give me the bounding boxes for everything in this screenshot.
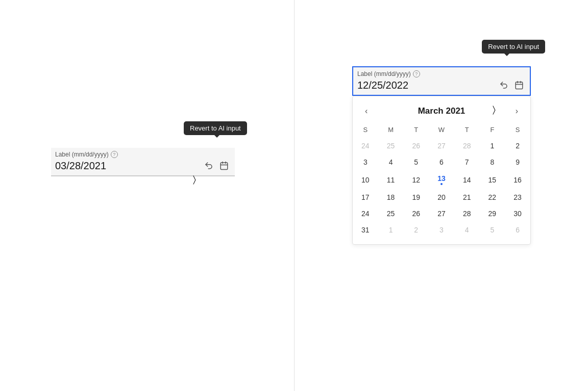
calendar-day[interactable]: 4: [378, 154, 404, 170]
calendar-day[interactable]: 28: [454, 138, 480, 154]
day-header-fri: F: [480, 124, 505, 138]
left-calendar-button[interactable]: [217, 159, 231, 172]
day-header-thu: T: [454, 124, 480, 138]
calendar-day[interactable]: 19: [403, 189, 429, 205]
day-header-mon: M: [378, 124, 404, 138]
left-date-input-container: Revert to AI input Label (mm/dd/yyyy) ? …: [51, 148, 235, 176]
calendar-day[interactable]: 1: [378, 222, 404, 238]
left-input-actions: [202, 159, 231, 172]
right-input-actions: [497, 79, 526, 92]
day-header-sat: S: [505, 124, 530, 138]
calendar-day[interactable]: 18: [378, 189, 404, 205]
calendar-body: 2425262728123456789101112131415161718192…: [353, 138, 530, 238]
calendar-day[interactable]: 1: [480, 138, 505, 154]
right-revert-button[interactable]: [497, 79, 510, 92]
left-date-row: 03/28/2021: [55, 159, 231, 172]
calendar-day[interactable]: 24: [353, 205, 378, 222]
calendar-next-button[interactable]: ›: [511, 105, 522, 118]
left-help-icon[interactable]: ?: [111, 151, 118, 158]
day-header-tue: T: [403, 124, 429, 138]
calendar-day[interactable]: 4: [454, 222, 480, 238]
calendar-week-3: 17181920212223: [353, 189, 530, 205]
calendar-grid: S M T W T F S 24252627281234567891011121…: [353, 124, 530, 238]
svg-rect-4: [516, 82, 523, 89]
calendar-week-0: 242526272812: [353, 138, 530, 154]
calendar-day[interactable]: 30: [505, 205, 530, 222]
panel-divider: [294, 0, 295, 391]
day-header-wed: W: [429, 124, 454, 138]
calendar-day[interactable]: 23: [505, 189, 530, 205]
calendar-day[interactable]: 28: [454, 205, 480, 222]
left-revert-button[interactable]: [202, 159, 215, 172]
calendar-day[interactable]: 29: [480, 205, 505, 222]
calendar-day[interactable]: 27: [429, 138, 454, 154]
calendar-day[interactable]: 2: [403, 222, 429, 238]
left-date-field: Revert to AI input Label (mm/dd/yyyy) ? …: [51, 148, 235, 176]
calendar-day[interactable]: 21: [454, 189, 480, 205]
calendar-day[interactable]: 5: [403, 154, 429, 170]
left-tooltip: Revert to AI input: [184, 121, 247, 135]
left-date-label: Label (mm/dd/yyyy) ?: [55, 151, 231, 158]
calendar-day[interactable]: 9: [505, 154, 530, 170]
calendar-week-2: 10111213141516: [353, 170, 530, 189]
right-help-icon[interactable]: ?: [413, 70, 420, 77]
calendar-day[interactable]: 26: [403, 138, 429, 154]
calendar-day[interactable]: 16: [505, 170, 530, 189]
right-date-row: 12/25/2022: [357, 79, 526, 92]
calendar-day[interactable]: 7: [454, 154, 480, 170]
calendar-day[interactable]: 26: [403, 205, 429, 222]
calendar-day[interactable]: 31: [353, 222, 378, 238]
left-date-value: 03/28/2021: [55, 160, 106, 172]
calendar-day[interactable]: 5: [480, 222, 505, 238]
calendar-day[interactable]: 20: [429, 189, 454, 205]
calendar-week-5: 31123456: [353, 222, 530, 238]
calendar-day[interactable]: 22: [480, 189, 505, 205]
calendar-week-1: 3456789: [353, 154, 530, 170]
calendar-day[interactable]: 12: [403, 170, 429, 189]
calendar-day[interactable]: 2: [505, 138, 530, 154]
calendar-day[interactable]: 25: [378, 205, 404, 222]
calendar-week-4: 24252627282930: [353, 205, 530, 222]
calendar-day[interactable]: 13: [429, 170, 454, 189]
day-header-sun: S: [353, 124, 378, 138]
right-tooltip: Revert to AI input: [482, 40, 545, 54]
calendar-month-year: March 2021: [418, 106, 465, 116]
calendar-day[interactable]: 17: [353, 189, 378, 205]
calendar-header: ‹ March 2021 ›: [353, 102, 530, 124]
calendar-day[interactable]: 3: [429, 222, 454, 238]
calendar-day[interactable]: 11: [378, 170, 404, 189]
right-date-field: Revert to AI input Label (mm/dd/yyyy) ? …: [352, 66, 531, 245]
calendar-day[interactable]: 3: [353, 154, 378, 170]
calendar-day[interactable]: 6: [429, 154, 454, 170]
calendar-day[interactable]: 15: [480, 170, 505, 189]
calendar-day[interactable]: 14: [454, 170, 480, 189]
right-date-label: Label (mm/dd/yyyy) ?: [357, 70, 526, 77]
svg-rect-0: [220, 163, 228, 170]
calendar-popup: ‹ March 2021 › S M T W T F S 24252627281…: [352, 96, 531, 245]
calendar-day[interactable]: 27: [429, 205, 454, 222]
calendar-day[interactable]: 6: [505, 222, 530, 238]
calendar-days-header: S M T W T F S: [353, 124, 530, 138]
calendar-prev-button[interactable]: ‹: [361, 105, 372, 118]
calendar-day[interactable]: 10: [353, 170, 378, 189]
calendar-day[interactable]: 8: [480, 154, 505, 170]
calendar-day[interactable]: 24: [353, 138, 378, 154]
right-date-input-container: Revert to AI input Label (mm/dd/yyyy) ? …: [352, 66, 531, 96]
right-calendar-button[interactable]: [512, 79, 526, 92]
right-date-value: 12/25/2022: [357, 80, 408, 91]
calendar-day[interactable]: 25: [378, 138, 404, 154]
